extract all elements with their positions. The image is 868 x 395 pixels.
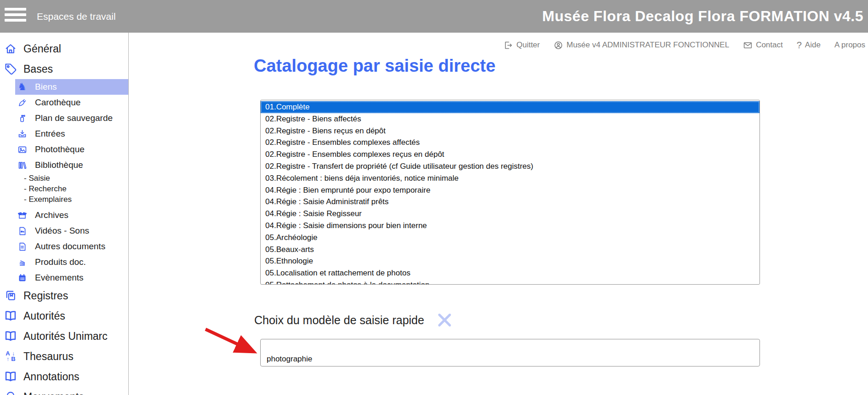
sidebar-item-phototheque[interactable]: Photothèque <box>15 142 128 157</box>
listbox-option[interactable]: 05.Rattachement de photos à la documenta… <box>261 279 760 285</box>
app-title: Musée Flora Decalog Flora FORMATION v4.5 <box>542 0 863 33</box>
sidebar-item-label: - Exemplaires <box>24 195 72 204</box>
sidebar-item-label: Mouvements <box>23 391 84 395</box>
app-header: Espaces de travail Musée Flora Decalog F… <box>0 0 868 33</box>
open-book-icon <box>4 329 17 343</box>
sidebar-item-annotations[interactable]: Annotations <box>0 366 128 387</box>
sidebar-item-carotheque[interactable]: Carothèque <box>15 95 128 110</box>
sidebar-item-label: - Saisie <box>24 174 50 183</box>
close-icon[interactable] <box>437 312 452 328</box>
sidebar-item-label: Plan de sauvegarde <box>35 113 113 123</box>
listbox-option[interactable]: 01.Complète <box>261 101 760 113</box>
sidebar-item-label: Bibliothèque <box>35 160 83 170</box>
pin-icon <box>4 390 17 395</box>
sidebar-item-evenements[interactable]: Evènements <box>15 270 128 286</box>
quitter-link[interactable]: Quitter <box>503 40 540 50</box>
archive-box-icon <box>17 210 28 221</box>
sidebar-item-label: Biens <box>35 82 57 92</box>
listbox-option[interactable]: 05.Localisation et rattachement de photo… <box>261 267 760 279</box>
sidebar-item-label: Autres documents <box>35 241 105 252</box>
model-listbox[interactable]: 01.Complète02.Registre - Biens affectés0… <box>260 100 760 285</box>
workspace-label: Espaces de travail <box>37 0 116 33</box>
toplinks-bar: Quitter Musée v4 ADMINISTRATEUR FONCTION… <box>503 39 865 52</box>
sidebar-item-label: Carothèque <box>35 97 80 108</box>
sidebar-item-bases[interactable]: Bases <box>0 59 128 79</box>
sidebar-item-label: Annotations <box>23 371 79 383</box>
sidebar-item-label: Entrées <box>35 129 65 139</box>
apropos-link[interactable]: A propos <box>834 40 865 50</box>
sidebar-item-label: Vidéos - Sons <box>35 226 89 236</box>
video-file-icon <box>17 225 28 236</box>
listbox-option[interactable]: 04.Régie : Saisie dimensions pour bien i… <box>261 220 760 232</box>
sidebar-item-produits-doc[interactable]: Produits doc. <box>15 254 128 270</box>
sidebar-item-autres-documents[interactable]: Autres documents <box>15 239 128 254</box>
sidebar-item-general[interactable]: Général <box>0 39 128 59</box>
sidebar-item-mouvements[interactable]: Mouvements <box>0 387 128 395</box>
listbox-option[interactable]: 02.Registre - Ensembles complexes reçus … <box>261 149 760 160</box>
library-icon <box>17 160 28 171</box>
sidebar-item-archives[interactable]: Archives <box>15 207 128 223</box>
sidebar-nav: GénéralBases♞BiensCarothèquePlan de sauv… <box>0 33 129 395</box>
model-choice-heading: Choix du modèle de saisie rapide <box>254 312 424 328</box>
sidebar-item-label: Général <box>23 43 61 55</box>
logout-icon <box>503 40 513 50</box>
knight-icon: ♞ <box>17 81 28 92</box>
sidebar-item-bibliotheque[interactable]: Bibliothèque <box>15 157 128 173</box>
user-account-link[interactable]: Musée v4 ADMINISTRATEUR FONCTIONNEL <box>554 40 729 50</box>
thesaurus-icon: A↓↑B <box>4 349 17 363</box>
document-icon <box>17 241 28 252</box>
sidebar-item-label: Photothèque <box>35 144 85 155</box>
sidebar-item-thesaurus[interactable]: A↓↑BThesaurus <box>0 346 128 366</box>
sidebar-item-label: Archives <box>35 210 69 220</box>
listbox-option[interactable]: 02.Registre - Ensembles complexes affect… <box>261 137 760 149</box>
sidebar-item-recherche[interactable]: - Recherche <box>0 183 128 194</box>
listbox-option[interactable]: 02.Registre - Biens affectés <box>261 113 760 125</box>
page-title: Catalogage par saisie directe <box>254 56 496 76</box>
sidebar-item-entrees[interactable]: Entrées <box>15 126 128 142</box>
listbox-option[interactable]: 04.Régie : Saisie Administratif prêts <box>261 196 760 208</box>
listbox-option[interactable]: 02.Registre - Transfert de propriété (cf… <box>261 160 760 172</box>
open-book-icon <box>4 309 17 323</box>
aide-link[interactable]: ? Aide <box>797 40 821 51</box>
sidebar-item-label: Thesaurus <box>23 350 74 363</box>
carrot-icon <box>17 97 28 108</box>
extinguisher-icon <box>17 113 28 124</box>
listbox-option[interactable]: 02.Registre - Biens reçus en dépôt <box>261 125 760 137</box>
sidebar-item-label: Evènements <box>35 273 84 283</box>
sidebar-item-label: Autorités Unimarc <box>23 330 108 343</box>
user-icon <box>554 40 563 50</box>
sidebar-item-videos-sons[interactable]: Vidéos - Sons <box>15 223 128 239</box>
sidebar-item-autorites-unimarc[interactable]: Autorités Unimarc <box>0 326 128 346</box>
question-icon: ? <box>797 40 802 51</box>
sidebar-item-exemplaires[interactable]: - Exemplaires <box>0 194 128 205</box>
listbox-option[interactable]: 04.Régie : Bien emprunté pour expo tempo… <box>261 184 760 196</box>
image-icon <box>17 144 28 155</box>
sidebar-item-label: - Recherche <box>24 184 67 194</box>
hamburger-menu-icon[interactable] <box>5 8 26 25</box>
envelope-icon <box>743 40 753 50</box>
sidebar-item-autorites[interactable]: Autorités <box>0 306 128 326</box>
listbox-option[interactable]: 03.Récolement : biens déja inventoriés, … <box>261 172 760 184</box>
listbox-option[interactable]: 05.Ethnologie <box>261 255 760 267</box>
sidebar-item-label: Registres <box>23 290 68 302</box>
copies-icon <box>4 289 17 303</box>
sidebar-item-biens[interactable]: ♞Biens <box>15 79 128 95</box>
sidebar-item-label: Produits doc. <box>35 257 86 267</box>
listbox-option[interactable]: 05.Beaux-arts <box>261 244 760 256</box>
sheaf-icon <box>17 257 28 268</box>
sidebar-item-registres[interactable]: Registres <box>0 286 128 306</box>
calendar-icon <box>17 272 28 283</box>
sidebar-item-plan-de-sauvegarde[interactable]: Plan de sauvegarde <box>15 110 128 126</box>
sidebar-item-label: Autorités <box>23 310 65 322</box>
sidebar-item-label: Bases <box>23 63 53 75</box>
home-icon <box>4 42 17 56</box>
listbox-option[interactable]: 05.Archéologie <box>261 232 760 244</box>
tag-icon <box>4 62 17 76</box>
listbox-option[interactable]: 04.Régie : Saisie Regisseur <box>261 208 760 220</box>
inbox-icon <box>17 128 28 139</box>
open-book-icon <box>4 370 17 384</box>
contact-link[interactable]: Contact <box>743 40 783 50</box>
sidebar-item-saisie[interactable]: - Saisie <box>0 173 128 183</box>
quick-entry-model-input[interactable] <box>260 339 760 366</box>
